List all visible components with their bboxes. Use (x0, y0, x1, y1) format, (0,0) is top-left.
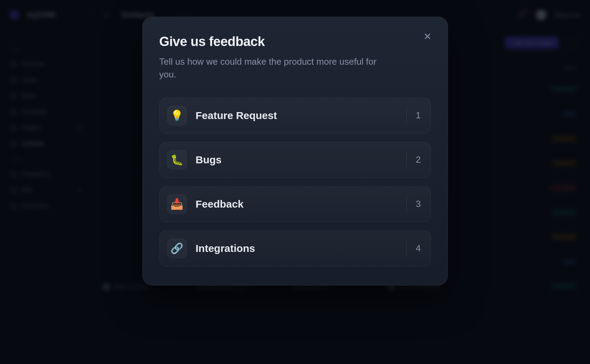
option-label: Integrations (196, 243, 255, 254)
bug-icon: 🐛 (167, 150, 187, 170)
option-label: Bugs (196, 154, 222, 166)
feedback-option-feedback[interactable]: 📥Feedback3 (159, 186, 431, 222)
feedback-modal: Give us feedback Tell us how we could ma… (142, 17, 448, 285)
feedback-option-integrations[interactable]: 🔗Integrations4 (159, 230, 431, 266)
bulb-icon: 💡 (167, 106, 187, 125)
close-button[interactable] (420, 29, 435, 44)
option-label: Feedback (196, 198, 244, 210)
close-icon (423, 32, 432, 41)
feedback-option-feature-request[interactable]: 💡Feature Request1 (159, 98, 431, 134)
option-shortcut-key: 2 (406, 152, 421, 168)
modal-subtitle: Tell us how we could make the product mo… (159, 55, 381, 81)
option-shortcut-key: 3 (406, 196, 421, 212)
modal-options: 💡Feature Request1🐛Bugs2📥Feedback3🔗Integr… (159, 98, 431, 266)
link-icon: 🔗 (167, 239, 187, 258)
modal-title: Give us feedback (159, 34, 431, 49)
feedback-option-bugs[interactable]: 🐛Bugs2 (159, 142, 431, 178)
option-shortcut-key: 1 (406, 108, 421, 124)
option-shortcut-key: 4 (406, 240, 421, 256)
modal-overlay[interactable]: Give us feedback Tell us how we could ma… (0, 0, 590, 364)
inbox-icon: 📥 (167, 194, 187, 214)
option-label: Feature Request (196, 110, 277, 121)
